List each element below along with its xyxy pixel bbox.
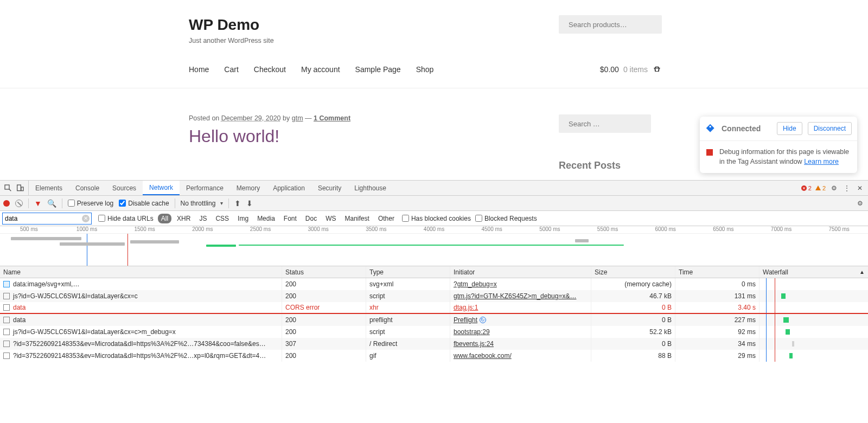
- filter-type-media[interactable]: Media: [254, 214, 278, 223]
- network-row[interactable]: data200preflightPreflight↻0 B227 ms: [0, 314, 868, 326]
- post-title[interactable]: Hello world!: [189, 126, 559, 146]
- more-icon[interactable]: ⋮: [842, 183, 852, 193]
- upload-har-icon[interactable]: ⬆: [234, 199, 241, 208]
- nav-link-cart[interactable]: Cart: [224, 65, 238, 74]
- learn-more-link[interactable]: Learn more: [804, 158, 839, 165]
- cell-size: 0 B: [591, 314, 675, 326]
- warning-count-badge[interactable]: 2: [815, 185, 826, 191]
- site-title[interactable]: WP Demo: [189, 16, 274, 34]
- network-row[interactable]: js?id=G-WJ5CLC6SW1&l=dataLayer&cx=c>m_de…: [0, 326, 868, 338]
- col-time[interactable]: Time: [675, 266, 760, 278]
- record-button[interactable]: [3, 200, 10, 207]
- devtools-tab-performance[interactable]: Performance: [180, 181, 230, 195]
- devtools-tab-sources[interactable]: Sources: [106, 181, 143, 195]
- disable-cache-checkbox[interactable]: Disable cache: [119, 200, 169, 207]
- filter-type-img[interactable]: Img: [234, 214, 252, 223]
- inspect-element-icon[interactable]: [3, 183, 13, 193]
- product-search-input[interactable]: [569, 21, 660, 29]
- post-author-link[interactable]: gtm: [292, 114, 303, 122]
- nav-link-my-account[interactable]: My account: [301, 65, 340, 74]
- cell-status: 200: [282, 314, 366, 326]
- col-type[interactable]: Type: [366, 266, 450, 278]
- clear-button[interactable]: [15, 200, 23, 207]
- wp-header-area: WP Demo Just another WordPress site Home…: [0, 0, 868, 88]
- settings-icon[interactable]: ⚙: [829, 183, 839, 193]
- blocked-requests-checkbox[interactable]: Blocked Requests: [475, 215, 537, 222]
- col-initiator[interactable]: Initiator: [450, 266, 591, 278]
- site-tagline: Just another WordPress site: [189, 37, 274, 44]
- meta-posted-on-label: Posted on: [189, 114, 221, 122]
- filter-type-xhr[interactable]: XHR: [174, 214, 194, 223]
- cart-summary[interactable]: $0.00 0 items: [600, 65, 662, 74]
- devtools-panel: ElementsConsoleSourcesNetworkPerformance…: [0, 180, 868, 423]
- sidebar-search-input[interactable]: [569, 120, 660, 128]
- ruler-tick: 500 ms: [20, 226, 38, 232]
- col-size[interactable]: Size: [591, 266, 675, 278]
- cell-type: preflight: [366, 314, 450, 326]
- filter-type-font[interactable]: Font: [280, 214, 300, 223]
- filter-type-all[interactable]: All: [158, 214, 171, 223]
- nav-link-sample-page[interactable]: Sample Page: [355, 65, 401, 74]
- search-icon[interactable]: 🔍: [47, 199, 56, 208]
- blocked-cookies-checkbox[interactable]: Has blocked cookies: [402, 215, 471, 222]
- throttling-select[interactable]: No throttling: [181, 200, 224, 207]
- col-waterfall[interactable]: Waterfall▲: [760, 266, 868, 278]
- file-icon: [3, 304, 10, 311]
- filter-type-manifest[interactable]: Manifest: [342, 214, 373, 223]
- cell-waterfall: [760, 302, 868, 313]
- filter-type-ws[interactable]: WS: [322, 214, 339, 223]
- sidebar-search[interactable]: [559, 114, 651, 133]
- product-search[interactable]: [559, 15, 662, 34]
- devtools-tab-network[interactable]: Network: [143, 181, 180, 195]
- devtools-tab-application[interactable]: Application: [266, 181, 311, 195]
- filter-input[interactable]: [5, 213, 80, 224]
- hide-button[interactable]: Hide: [777, 122, 802, 135]
- hide-data-urls-checkbox[interactable]: Hide data URLs: [98, 215, 154, 222]
- network-settings-icon[interactable]: ⚙: [855, 198, 865, 208]
- filter-input-wrap[interactable]: ✕: [2, 213, 92, 225]
- devtools-tab-memory[interactable]: Memory: [230, 181, 266, 195]
- network-row[interactable]: data:image/svg+xml,…200svg+xml?gtm_debug…: [0, 278, 868, 290]
- close-icon[interactable]: ✕: [855, 183, 865, 193]
- cell-name: ?id=375226092148353&ev=Microdata&dl=http…: [0, 338, 282, 350]
- devtools-tab-console[interactable]: Console: [69, 181, 106, 195]
- post-date-link[interactable]: December 29, 2020: [221, 114, 281, 122]
- disconnect-button[interactable]: Disconnect: [808, 122, 852, 135]
- network-row[interactable]: ?id=375226092148353&ev=Microdata&dl=http…: [0, 338, 868, 350]
- devtools-tab-elements[interactable]: Elements: [29, 181, 69, 195]
- col-name[interactable]: Name: [0, 266, 282, 278]
- col-status[interactable]: Status: [282, 266, 366, 278]
- preflight-icon: ↻: [480, 317, 486, 323]
- filter-icon[interactable]: ▼: [34, 199, 42, 208]
- cell-size: 46.7 kB: [591, 290, 675, 302]
- network-table-header[interactable]: Name Status Type Initiator Size Time Wat…: [0, 266, 868, 278]
- download-har-icon[interactable]: ⬇: [246, 199, 253, 208]
- filter-type-css[interactable]: CSS: [212, 214, 232, 223]
- cell-status: 307: [282, 338, 366, 350]
- cell-waterfall: [760, 290, 868, 302]
- network-row[interactable]: js?id=G-WJ5CLC6SW1&l=dataLayer&cx=c200sc…: [0, 290, 868, 302]
- cell-type: script: [366, 326, 450, 338]
- filter-type-doc[interactable]: Doc: [302, 214, 320, 223]
- cell-time: 29 ms: [675, 350, 760, 362]
- cell-name: ?id=375226092148353&ev=Microdata&dl=http…: [0, 350, 282, 362]
- network-row[interactable]: dataCORS errorxhrdtag.js:10 B3.40 s: [0, 302, 868, 314]
- filter-type-other[interactable]: Other: [375, 214, 398, 223]
- network-row[interactable]: ?id=375226092148353&ev=Microdata&dl=http…: [0, 350, 868, 362]
- device-toolbar-icon[interactable]: [15, 183, 25, 193]
- post-comments-link[interactable]: 1 Comment: [314, 114, 350, 122]
- nav-link-shop[interactable]: Shop: [416, 65, 434, 74]
- ruler-tick: 4000 ms: [424, 226, 444, 232]
- nav-link-checkout[interactable]: Checkout: [254, 65, 286, 74]
- network-timeline[interactable]: 500 ms1000 ms1500 ms2000 ms2500 ms3000 m…: [0, 226, 868, 266]
- post-meta: Posted on December 29, 2020 by gtm — 1 C…: [189, 114, 559, 122]
- preserve-log-checkbox[interactable]: Preserve log: [68, 200, 113, 207]
- devtools-tab-security[interactable]: Security: [311, 181, 348, 195]
- nav-link-home[interactable]: Home: [189, 65, 209, 74]
- devtools-tab-lighthouse[interactable]: Lighthouse: [348, 181, 393, 195]
- cell-status: 200: [282, 290, 366, 302]
- ruler-tick: 6000 ms: [655, 226, 675, 232]
- error-count-badge[interactable]: 2: [801, 185, 812, 191]
- filter-type-js[interactable]: JS: [196, 214, 210, 223]
- clear-filter-icon[interactable]: ✕: [82, 215, 90, 222]
